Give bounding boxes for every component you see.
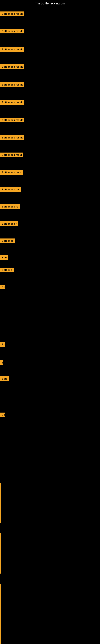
bottleneck-badge-20: B [0, 360, 3, 365]
bottleneck-badge-4: Bottleneck result [0, 82, 24, 87]
bottleneck-badge-1: Bottleneck result [0, 29, 24, 34]
bottleneck-badge-9: Bottleneck resu [0, 170, 23, 175]
bottleneck-badge-2: Bottleneck result [0, 47, 24, 52]
vertical-line-0 [0, 483, 1, 523]
vertical-line-1 [0, 533, 1, 574]
bottleneck-badge-3: Bottleneck result [0, 64, 24, 69]
bottleneck-badge-23: Bo [0, 412, 5, 417]
bottleneck-badge-13: Bottlenec [0, 238, 15, 243]
bottleneck-badge-10: Bottleneck res [0, 187, 21, 192]
bottleneck-badge-11: Bottleneck re [0, 204, 20, 209]
bottleneck-badge-8: Bottleneck resul [0, 152, 23, 157]
bottleneck-badge-12: Bottleneck r [0, 222, 18, 226]
bottleneck-badge-7: Bottleneck result [0, 135, 24, 140]
bottleneck-badge-6: Bottleneck result [0, 118, 24, 122]
bottleneck-badge-16: Bo [0, 285, 5, 290]
vertical-line-3 [0, 614, 1, 644]
bottleneck-badge-5: Bottleneck result [0, 100, 24, 105]
bottleneck-badge-0: Bottleneck result [0, 12, 24, 16]
bottleneck-badge-15: Bottlene [0, 268, 14, 272]
site-title: TheBottlenecker.com [0, 0, 100, 7]
bottleneck-badge-14: Bott [0, 255, 8, 260]
bottleneck-badge-19: Bo [0, 342, 5, 347]
bottleneck-badge-21: Bottl [0, 376, 9, 381]
